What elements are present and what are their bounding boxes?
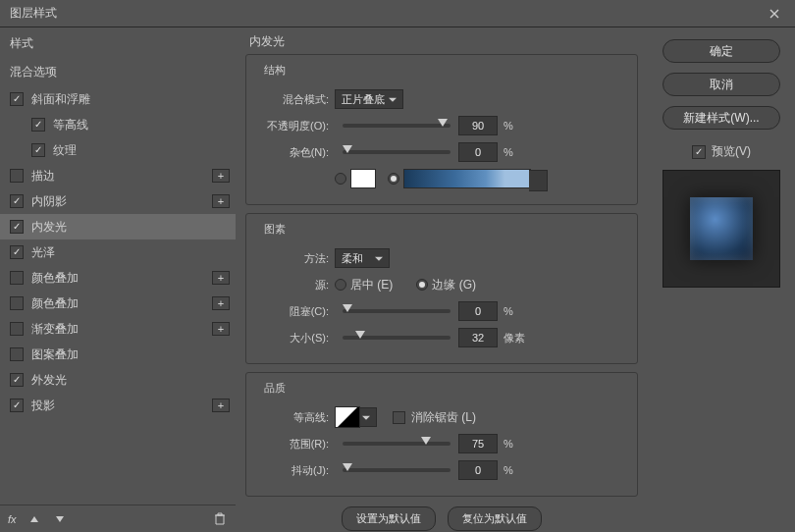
source-label: 源: (256, 278, 335, 293)
style-checkbox[interactable] (10, 347, 24, 361)
size-label: 大小(S): (256, 331, 335, 346)
add-effect-icon[interactable]: + (212, 169, 230, 183)
style-checkbox[interactable] (10, 194, 24, 208)
style-checkbox[interactable] (10, 245, 24, 259)
preview-label: 预览(V) (712, 143, 751, 160)
cancel-button[interactable]: 取消 (662, 73, 780, 96)
jitter-unit: % (504, 464, 513, 476)
source-center-label: 居中 (E) (350, 277, 393, 293)
range-slider[interactable] (343, 442, 450, 446)
style-checkbox[interactable] (10, 399, 24, 412)
add-effect-icon[interactable]: + (212, 296, 230, 310)
glow-color-swatch[interactable] (350, 169, 376, 188)
choke-input[interactable] (458, 301, 498, 321)
add-effect-icon[interactable]: + (212, 322, 230, 336)
style-checkbox[interactable] (31, 143, 45, 157)
antialias-checkbox[interactable] (393, 411, 405, 424)
blend-mode-select[interactable]: 正片叠底 (335, 89, 403, 109)
style-checkbox[interactable] (10, 296, 24, 310)
style-label: 颜色叠加 (31, 270, 212, 287)
contour-label: 等高线: (256, 410, 335, 425)
noise-label: 杂色(N): (256, 145, 335, 160)
style-item[interactable]: 斜面和浮雕 (0, 86, 236, 112)
style-item[interactable]: 图案叠加 (0, 342, 236, 367)
preview-checkbox[interactable] (692, 145, 706, 159)
style-label: 颜色叠加 (31, 295, 212, 312)
move-up-icon[interactable] (26, 511, 42, 527)
contour-dropdown[interactable] (359, 407, 377, 427)
style-item[interactable]: 颜色叠加+ (0, 291, 236, 316)
opacity-input[interactable] (458, 116, 498, 135)
size-unit: 像素 (504, 331, 525, 346)
style-checkbox[interactable] (10, 322, 24, 336)
jitter-slider[interactable] (343, 468, 450, 472)
style-item[interactable]: 外发光 (0, 367, 236, 393)
style-item[interactable]: 内阴影+ (0, 188, 236, 214)
style-item[interactable]: 描边+ (0, 163, 236, 188)
gradient-radio[interactable] (388, 173, 399, 185)
fx-menu[interactable]: fx (8, 513, 17, 525)
range-label: 范围(R): (256, 437, 335, 452)
style-item[interactable]: 等高线 (0, 112, 236, 137)
style-item[interactable]: 投影+ (0, 393, 236, 418)
size-slider[interactable] (343, 336, 450, 340)
style-label: 渐变叠加 (31, 321, 212, 338)
opacity-label: 不透明度(O): (256, 119, 335, 133)
choke-unit: % (504, 305, 513, 317)
jitter-label: 抖动(J): (256, 463, 335, 478)
style-item[interactable]: 颜色叠加+ (0, 265, 236, 291)
glow-gradient-swatch[interactable] (403, 169, 531, 188)
style-label: 纹理 (53, 142, 230, 159)
style-item[interactable]: 内发光 (0, 214, 236, 239)
style-checkbox[interactable] (10, 169, 24, 183)
range-unit: % (504, 438, 513, 450)
structure-group-title: 结构 (260, 63, 290, 78)
quality-group-title: 品质 (260, 381, 290, 396)
color-radio[interactable] (335, 173, 346, 185)
move-down-icon[interactable] (52, 511, 68, 527)
styles-header: 样式 (0, 27, 236, 58)
new-style-button[interactable]: 新建样式(W)... (662, 106, 780, 130)
style-item[interactable]: 渐变叠加+ (0, 316, 236, 342)
reset-default-button[interactable]: 复位为默认值 (448, 506, 542, 531)
style-checkbox[interactable] (10, 220, 24, 234)
effect-title: 内发光 (245, 33, 638, 50)
make-default-button[interactable]: 设置为默认值 (342, 506, 436, 531)
source-center-radio[interactable] (335, 279, 346, 291)
style-item[interactable]: 纹理 (0, 137, 236, 163)
add-effect-icon[interactable]: + (212, 271, 230, 285)
noise-input[interactable] (458, 142, 498, 162)
ok-button[interactable]: 确定 (662, 39, 780, 63)
style-checkbox[interactable] (10, 373, 24, 387)
style-label: 描边 (31, 168, 212, 185)
technique-label: 方法: (256, 251, 335, 266)
style-label: 斜面和浮雕 (31, 91, 230, 108)
style-checkbox[interactable] (31, 118, 45, 132)
style-label: 外发光 (31, 372, 230, 389)
style-label: 等高线 (53, 117, 230, 133)
noise-unit: % (504, 146, 513, 158)
style-checkbox[interactable] (10, 92, 24, 106)
technique-select[interactable]: 柔和 (335, 248, 390, 268)
opacity-slider[interactable] (343, 124, 450, 128)
source-edge-radio[interactable] (416, 279, 428, 291)
style-label: 投影 (31, 398, 212, 414)
contour-picker[interactable] (335, 406, 360, 428)
jitter-input[interactable] (458, 460, 498, 480)
preview-shape (690, 197, 753, 260)
blend-mode-label: 混合模式: (256, 92, 335, 107)
elements-group-title: 图素 (260, 222, 290, 237)
blending-options[interactable]: 混合选项 (0, 58, 236, 86)
style-item[interactable]: 光泽 (0, 239, 236, 265)
noise-slider[interactable] (343, 150, 450, 154)
choke-slider[interactable] (343, 309, 450, 313)
size-input[interactable] (458, 328, 498, 347)
style-checkbox[interactable] (10, 271, 24, 285)
close-button[interactable] (754, 0, 795, 27)
style-label: 内发光 (31, 219, 230, 236)
range-input[interactable] (458, 434, 498, 453)
source-edge-label: 边缘 (G) (432, 277, 476, 293)
add-effect-icon[interactable]: + (212, 194, 230, 208)
trash-icon[interactable] (212, 511, 228, 527)
add-effect-icon[interactable]: + (212, 399, 230, 412)
